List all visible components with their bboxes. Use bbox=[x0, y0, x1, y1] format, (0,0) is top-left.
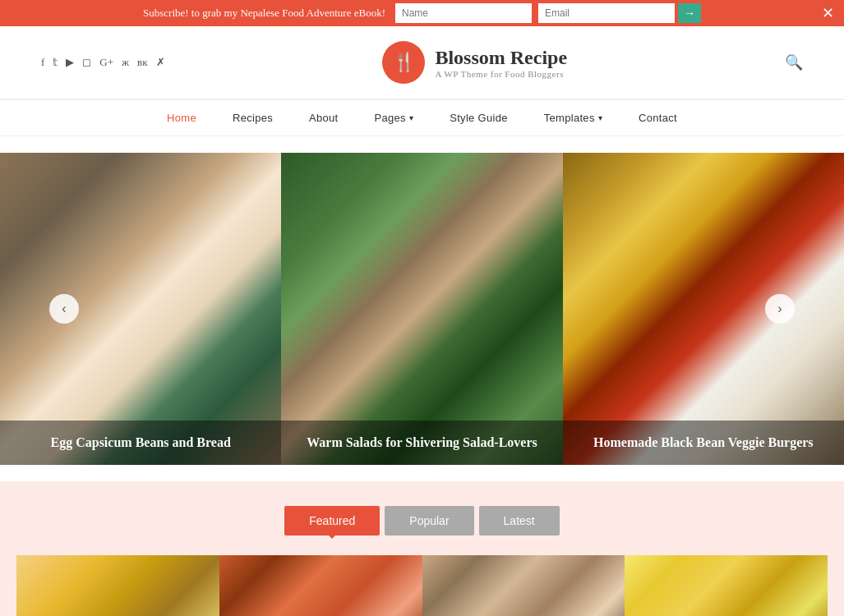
site-header: f 𝕥 ▶ ◻ G+ ж вк ✗ 🍴 Blossom Recipe A WP … bbox=[0, 26, 844, 99]
facebook-icon[interactable]: f bbox=[41, 56, 44, 69]
googleplus-icon[interactable]: G+ bbox=[99, 56, 113, 69]
logo-text-group: Blossom Recipe A WP Theme for Food Blogg… bbox=[435, 47, 567, 79]
vk-icon[interactable]: вк bbox=[137, 56, 147, 69]
nav-item-recipes[interactable]: Recipes bbox=[214, 100, 291, 136]
nav-item-style-guide[interactable]: Style Guide bbox=[431, 100, 526, 136]
featured-image-3 bbox=[422, 555, 625, 616]
slide-image-1 bbox=[0, 153, 281, 465]
banner-name-input[interactable] bbox=[395, 3, 532, 23]
banner-email-input[interactable] bbox=[538, 3, 675, 23]
tab-latest[interactable]: Latest bbox=[479, 506, 560, 536]
tabs-container: Featured Popular Latest bbox=[16, 506, 828, 536]
slide-image-3 bbox=[563, 153, 844, 465]
site-tagline: A WP Theme for Food Bloggers bbox=[435, 69, 567, 79]
nav-item-about[interactable]: About bbox=[291, 100, 356, 136]
nav-item-templates[interactable]: Templates ▾ bbox=[526, 100, 620, 136]
slide-caption-1: Egg Capsicum Beans and Bread bbox=[0, 421, 281, 465]
featured-image-4 bbox=[625, 555, 828, 616]
nav-item-pages[interactable]: Pages ▾ bbox=[357, 100, 432, 136]
main-nav: Home Recipes About Pages ▾ Style Guide T… bbox=[0, 99, 844, 136]
banner-close-button[interactable]: ✕ bbox=[822, 4, 834, 22]
nav-item-home[interactable]: Home bbox=[149, 100, 214, 136]
twitter-icon[interactable]: 𝕥 bbox=[53, 56, 58, 69]
site-logo[interactable]: 🍴 Blossom Recipe A WP Theme for Food Blo… bbox=[382, 41, 567, 84]
pages-dropdown-arrow: ▾ bbox=[409, 113, 413, 122]
odnoklassniki-icon[interactable]: ж bbox=[122, 56, 129, 69]
banner-text: Subscribe! to grab my Nepalese Food Adve… bbox=[143, 7, 385, 20]
carousel-slide-3: Homemade Black Bean Veggie Burgers bbox=[563, 153, 844, 465]
social-icons-group: f 𝕥 ▶ ◻ G+ ж вк ✗ bbox=[41, 56, 165, 69]
search-icon[interactable]: 🔍 bbox=[785, 53, 803, 71]
youtube-icon[interactable]: ▶ bbox=[66, 56, 74, 69]
site-name: Blossom Recipe bbox=[435, 47, 567, 69]
tab-featured[interactable]: Featured bbox=[284, 506, 380, 536]
top-banner: Subscribe! to grab my Nepalese Food Adve… bbox=[0, 0, 844, 26]
featured-image-2 bbox=[219, 555, 422, 616]
featured-images-row bbox=[16, 555, 828, 616]
banner-submit-button[interactable]: → bbox=[678, 3, 701, 23]
xing-icon[interactable]: ✗ bbox=[156, 56, 165, 69]
carousel-next-button[interactable]: › bbox=[765, 294, 795, 324]
tab-popular[interactable]: Popular bbox=[385, 506, 473, 536]
featured-image-1 bbox=[16, 555, 219, 616]
instagram-icon[interactable]: ◻ bbox=[82, 56, 91, 69]
logo-icon: 🍴 bbox=[382, 41, 425, 84]
slide-caption-3: Homemade Black Bean Veggie Burgers bbox=[563, 421, 844, 465]
tabs-section: Featured Popular Latest bbox=[0, 481, 844, 616]
carousel-slide-1: Egg Capsicum Beans and Bread bbox=[0, 153, 281, 465]
carousel-slide-2: Warm Salads for Shivering Salad-Lovers bbox=[281, 153, 562, 465]
carousel-container: Egg Capsicum Beans and Bread Warm Salads… bbox=[0, 153, 844, 465]
carousel-prev-button[interactable]: ‹ bbox=[49, 294, 79, 324]
slide-caption-2: Warm Salads for Shivering Salad-Lovers bbox=[281, 421, 562, 465]
nav-item-contact[interactable]: Contact bbox=[620, 100, 695, 136]
slide-image-2 bbox=[281, 153, 562, 465]
hero-carousel: Egg Capsicum Beans and Bread Warm Salads… bbox=[0, 136, 844, 481]
templates-dropdown-arrow: ▾ bbox=[598, 113, 602, 122]
